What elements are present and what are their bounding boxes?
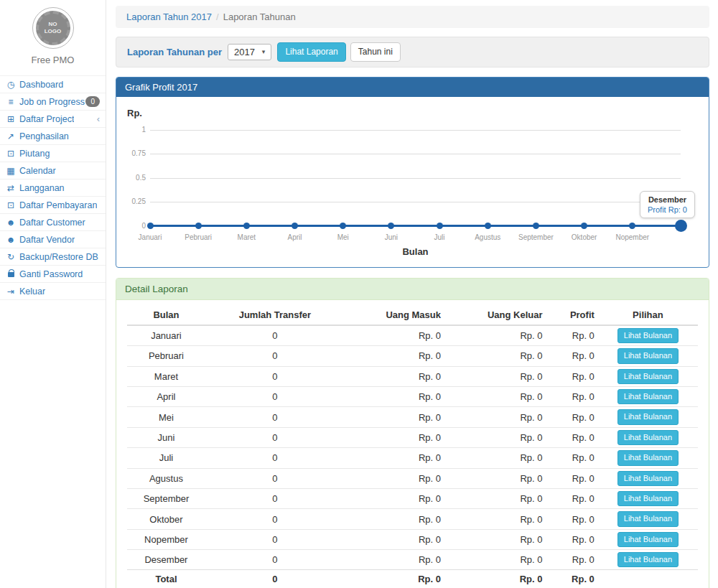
- sidebar-item-ganti-password[interactable]: Ganti Password: [0, 266, 106, 283]
- sidebar-item-penghasilan[interactable]: ↗Penghasilan: [0, 128, 106, 145]
- sidebar-item-job-on-progress[interactable]: ≡Job on Progress0: [0, 93, 106, 111]
- cell-action: Lihat Bulanan: [598, 550, 698, 570]
- cell-month: Januari: [127, 325, 205, 346]
- header-uang-masuk: Uang Masuk: [345, 306, 444, 325]
- caret-down-icon: ▾: [262, 48, 266, 55]
- sidebar-item-backup-restore-db[interactable]: ↻Backup/Restore DB: [0, 248, 106, 266]
- cell-in: Rp. 0: [345, 346, 444, 366]
- profit-chart-panel: Grafik Profit 2017 Rp. Bulan Desember Pr…: [116, 77, 709, 268]
- table-row-mei: Mei0Rp. 0Rp. 0Rp. 0Lihat Bulanan: [127, 407, 698, 427]
- sidebar-item-calendar[interactable]: ▦Calendar: [0, 162, 106, 179]
- main-layout: NO LOGO Free PMO ◷Dashboard≡Job on Progr…: [0, 0, 718, 588]
- table-row-september: September0Rp. 0Rp. 0Rp. 0Lihat Bulanan: [127, 488, 698, 508]
- cell-in: Rp. 0: [345, 550, 444, 570]
- sidebar-item-piutang[interactable]: ⊡Piutang: [0, 145, 106, 162]
- view-month-button-pebruari[interactable]: Lihat Bulanan: [617, 348, 679, 363]
- data-point-pebruari[interactable]: [195, 223, 202, 229]
- view-month-button-oktober[interactable]: Lihat Bulanan: [617, 511, 679, 526]
- data-point-agustus[interactable]: [485, 223, 491, 229]
- view-month-button-januari[interactable]: Lihat Bulanan: [617, 328, 679, 343]
- year-select[interactable]: 2017 ▾: [228, 44, 271, 60]
- cell-in: Rp. 0: [345, 468, 444, 488]
- report-table: Bulan Jumlah Transfer Uang Masuk Uang Ke…: [127, 306, 698, 588]
- view-month-button-maret[interactable]: Lihat Bulanan: [617, 369, 679, 384]
- data-point-juni[interactable]: [388, 223, 394, 229]
- this-year-button[interactable]: Tahun ini: [350, 42, 401, 62]
- chart-y-axis-label: Rp.: [127, 108, 142, 118]
- cell-out: Rp. 0: [444, 550, 546, 570]
- data-point-nopember[interactable]: [629, 223, 635, 229]
- year-select-value: 2017: [234, 47, 255, 57]
- data-point-juli[interactable]: [437, 223, 443, 229]
- detail-report-panel: Detail Laporan Bulan Jumlah Transfer Uan…: [116, 278, 709, 588]
- cell-profit: Rp. 0: [546, 407, 598, 427]
- chevron-left-icon: ‹: [97, 116, 100, 123]
- sidebar-item-dashboard[interactable]: ◷Dashboard: [0, 76, 106, 93]
- data-point-oktober[interactable]: [581, 223, 587, 229]
- sidebar-item-label: Penghasilan: [19, 131, 69, 141]
- cell-transfers: 0: [205, 448, 345, 468]
- view-month-button-agustus[interactable]: Lihat Bulanan: [617, 471, 679, 486]
- data-point-maret[interactable]: [243, 223, 250, 229]
- chart-x-axis-label: Bulan: [150, 246, 681, 257]
- cell-action: Lihat Bulanan: [598, 529, 698, 549]
- data-point-desember[interactable]: [675, 220, 687, 232]
- data-point-januari[interactable]: [147, 223, 154, 229]
- cell-profit: Rp. 0: [546, 427, 598, 447]
- table-row-maret: Maret0Rp. 0Rp. 0Rp. 0Lihat Bulanan: [127, 366, 698, 386]
- sidebar-item-daftar-customer[interactable]: ☻Daftar Customer: [0, 214, 106, 231]
- total-empty-cell: [598, 570, 698, 588]
- cell-profit: Rp. 0: [546, 366, 598, 386]
- breadcrumb-link-laporan-tahun[interactable]: Laporan Tahun 2017: [126, 11, 212, 22]
- sidebar-item-daftar-vendor[interactable]: ☻Daftar Vendor: [0, 231, 106, 248]
- gridline: [150, 130, 681, 131]
- y-tick-label: 0.25: [127, 197, 146, 205]
- report-total-row: Total 0 Rp. 0 Rp. 0 Rp. 0: [127, 570, 698, 588]
- cell-month: Pebruari: [127, 346, 205, 366]
- chart-tooltip: Desember Profit Rp: 0: [640, 191, 695, 218]
- cell-in: Rp. 0: [345, 448, 444, 468]
- data-point-september[interactable]: [533, 223, 539, 229]
- cell-out: Rp. 0: [444, 366, 546, 386]
- view-month-button-desember[interactable]: Lihat Bulanan: [617, 552, 679, 567]
- sidebar-item-daftar-pembayaran[interactable]: ⊡Daftar Pembayaran: [0, 197, 106, 214]
- brand-name: Free PMO: [32, 55, 75, 65]
- cell-transfers: 0: [205, 509, 345, 529]
- cell-month: Oktober: [127, 509, 205, 529]
- cell-transfers: 0: [205, 407, 345, 427]
- view-month-button-mei[interactable]: Lihat Bulanan: [617, 409, 679, 424]
- view-month-button-juni[interactable]: Lihat Bulanan: [617, 430, 679, 445]
- cell-profit: Rp. 0: [546, 325, 598, 346]
- tachometer-icon: ◷: [5, 80, 17, 90]
- breadcrumb-separator: /: [216, 11, 219, 22]
- count-badge: 0: [85, 96, 100, 107]
- sidebar-item-keluar[interactable]: ⇥Keluar: [0, 283, 106, 300]
- table-row-nopember: Nopember0Rp. 0Rp. 0Rp. 0Lihat Bulanan: [127, 529, 698, 549]
- sign-out-icon: ⇥: [5, 286, 17, 297]
- data-point-mei[interactable]: [340, 223, 346, 229]
- cell-transfers: 0: [205, 366, 345, 386]
- profit-series-line: [150, 225, 681, 227]
- cell-in: Rp. 0: [345, 386, 444, 406]
- total-label: Total: [127, 570, 205, 588]
- cell-out: Rp. 0: [444, 386, 546, 406]
- data-point-april[interactable]: [292, 223, 298, 229]
- report-table-body: Januari0Rp. 0Rp. 0Rp. 0Lihat BulananPebr…: [127, 325, 698, 570]
- view-month-button-september[interactable]: Lihat Bulanan: [617, 491, 679, 506]
- view-month-button-nopember[interactable]: Lihat Bulanan: [617, 532, 679, 547]
- y-tick-label: 0.5: [127, 174, 146, 182]
- gridline: [150, 202, 681, 202]
- view-report-button[interactable]: Lihat Laporan: [277, 42, 345, 62]
- cell-in: Rp. 0: [345, 488, 444, 508]
- chart-tooltip-month: Desember: [648, 195, 687, 204]
- sidebar-item-langganan[interactable]: ⇄Langganan: [0, 179, 106, 197]
- total-uang-keluar: Rp. 0: [444, 570, 546, 588]
- cell-action: Lihat Bulanan: [598, 448, 698, 468]
- line-chart-icon: ↗: [5, 131, 17, 141]
- sidebar-item-daftar-project[interactable]: ⊞Daftar Project‹: [0, 111, 106, 128]
- view-month-button-juli[interactable]: Lihat Bulanan: [617, 450, 679, 465]
- profit-chart-body: Rp. Bulan Desember Profit Rp: 0 00.250.5…: [116, 97, 709, 267]
- chart-tooltip-value: Profit Rp: 0: [648, 205, 687, 214]
- header-profit: Profit: [546, 306, 598, 325]
- view-month-button-april[interactable]: Lihat Bulanan: [617, 389, 679, 404]
